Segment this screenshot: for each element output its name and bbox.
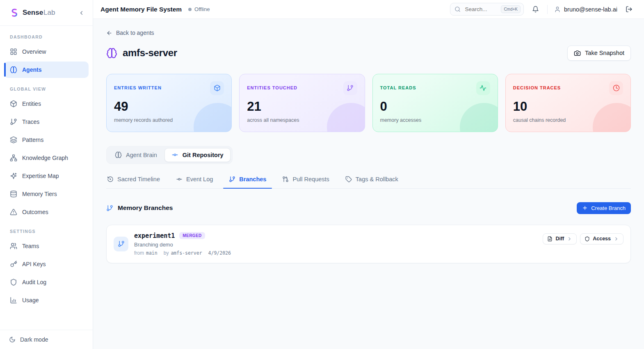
git-commit-icon	[171, 151, 178, 158]
merged-status-badge: MERGED	[179, 232, 205, 239]
stat-value: 0	[380, 99, 490, 114]
stat-card-entries-written: ENTRIES WRITTEN 49 memory records author…	[106, 74, 232, 132]
sidebar-item-outcomes[interactable]: Outcomes	[4, 204, 89, 220]
take-snapshot-button[interactable]: Take Snapshot	[567, 46, 631, 61]
box-icon	[10, 100, 17, 107]
tab-branches[interactable]: Branches	[228, 171, 267, 188]
sidebar-item-teams[interactable]: Teams	[4, 238, 89, 254]
stat-card-total-reads: TOTAL READS 0 memory accesses	[372, 74, 498, 132]
sidebar-item-label: Patterns	[22, 137, 43, 143]
branch-actions: Diff Access	[543, 233, 623, 244]
plus-icon	[582, 205, 588, 211]
git-branch-icon	[343, 81, 357, 95]
toggle-agent-brain[interactable]: Agent Brain	[108, 148, 164, 162]
network-icon	[10, 154, 17, 162]
search-input[interactable]	[464, 6, 498, 13]
search-icon	[454, 6, 461, 12]
access-button[interactable]: Access	[580, 233, 623, 244]
sidebar-item-label: Memory Tiers	[22, 191, 57, 197]
git-branch-icon	[106, 205, 113, 212]
sidebar: SenseLab DASHBOARD Overview Agents GLOBA…	[0, 0, 93, 349]
logout-button[interactable]	[624, 4, 634, 14]
notifications-button[interactable]	[530, 4, 541, 14]
arrow-left-icon	[106, 30, 112, 36]
stat-card-decision-traces: DECISION TRACES 10 causal chains recorde…	[505, 74, 631, 132]
brand-logo[interactable]: SenseLab	[9, 8, 55, 18]
sparkles-icon	[10, 172, 17, 180]
file-text-icon	[547, 236, 553, 242]
sidebar-collapse-button[interactable]	[77, 8, 86, 18]
main-area: Agent Memory File System Offline Cmd+K b…	[93, 0, 644, 349]
user-menu[interactable]: bruno@sense-lab.ai	[554, 6, 617, 13]
sidebar-item-label: Teams	[22, 243, 39, 249]
git-branch-icon	[114, 237, 128, 251]
search-box[interactable]: Cmd+K	[450, 3, 524, 16]
back-link-label: Back to agents	[116, 30, 154, 36]
sidebar-item-label: Outcomes	[22, 209, 48, 215]
sidebar-item-label: Traces	[22, 119, 39, 125]
topbar-divider	[547, 5, 548, 14]
tab-pull-requests[interactable]: Pull Requests	[281, 171, 330, 188]
moon-icon	[9, 336, 16, 343]
bar-chart-icon	[10, 297, 17, 304]
shield-icon	[585, 236, 590, 242]
toggle-git-repository[interactable]: Git Repository	[164, 148, 231, 162]
git-commit-icon	[176, 176, 183, 182]
sidebar-item-memory-tiers[interactable]: Memory Tiers	[4, 186, 89, 202]
dark-mode-toggle[interactable]: Dark mode	[0, 330, 93, 349]
brain-icon	[115, 151, 122, 158]
branch-name: experiment1	[134, 232, 175, 240]
sidebar-item-usage[interactable]: Usage	[4, 292, 89, 308]
toggle-label: Git Repository	[183, 152, 224, 158]
user-email: bruno@sense-lab.ai	[564, 6, 617, 13]
access-button-label: Access	[593, 236, 611, 242]
status-label: Offline	[194, 6, 210, 12]
sidebar-item-label: Audit Log	[22, 279, 46, 285]
stat-caption: memory accesses	[380, 117, 490, 123]
sidebar-item-entities[interactable]: Entities	[4, 96, 89, 112]
nav-section-dashboard: DASHBOARD	[4, 27, 89, 43]
create-branch-button[interactable]: Create Branch	[577, 202, 631, 214]
tab-tags-rollback[interactable]: Tags & Rollback	[345, 171, 399, 188]
branch-info: experiment1 MERGED Branching demo from m…	[134, 232, 537, 256]
tab-label: Event Log	[186, 176, 213, 182]
section-title-label: Memory Branches	[118, 204, 173, 212]
tab-event-log[interactable]: Event Log	[175, 171, 214, 188]
sidebar-item-label: Usage	[22, 297, 39, 303]
dark-mode-label: Dark mode	[20, 336, 48, 343]
branch-author: amfs-server	[171, 250, 202, 256]
sidebar-item-label: Agents	[22, 66, 41, 73]
branch-list-item[interactable]: experiment1 MERGED Branching demo from m…	[106, 225, 631, 263]
sidebar-item-label: Entities	[22, 100, 41, 107]
tab-sacred-timeline[interactable]: Sacred Timeline	[106, 171, 161, 188]
stat-value: 21	[247, 99, 357, 114]
app-title: Agent Memory File System	[100, 6, 182, 13]
sidebar-item-api-keys[interactable]: API Keys	[4, 256, 89, 272]
chevron-right-icon	[614, 236, 619, 242]
sidebar-item-traces[interactable]: Traces	[4, 114, 89, 130]
sidebar-item-agents[interactable]: Agents	[4, 62, 89, 78]
box-icon	[210, 81, 224, 95]
from-branch: main	[146, 250, 158, 256]
sidebar-item-expertise-map[interactable]: Expertise Map	[4, 168, 89, 184]
stat-label: ENTRIES WRITTEN	[114, 85, 162, 90]
stat-value: 10	[513, 99, 623, 114]
stat-label: DECISION TRACES	[513, 85, 561, 90]
sidebar-item-knowledge-graph[interactable]: Knowledge Graph	[4, 150, 89, 166]
database-icon	[10, 190, 17, 198]
clock-icon	[609, 81, 623, 95]
diff-button[interactable]: Diff	[543, 233, 577, 244]
back-to-agents-link[interactable]: Back to agents	[106, 30, 154, 36]
toggle-label: Agent Brain	[126, 152, 157, 158]
sidebar-item-overview[interactable]: Overview	[4, 43, 89, 60]
shield-icon	[10, 278, 17, 286]
brand-name-light: Lab	[43, 9, 55, 17]
users-icon	[10, 242, 17, 250]
sidebar-item-patterns[interactable]: Patterns	[4, 132, 89, 148]
sidebar-item-audit-log[interactable]: Audit Log	[4, 274, 89, 290]
sidebar-item-label: Expertise Map	[22, 173, 59, 179]
tag-icon	[345, 176, 352, 182]
snapshot-button-label: Take Snapshot	[585, 50, 624, 56]
history-icon	[107, 176, 114, 182]
brand-name-bold: Sense	[23, 9, 43, 17]
